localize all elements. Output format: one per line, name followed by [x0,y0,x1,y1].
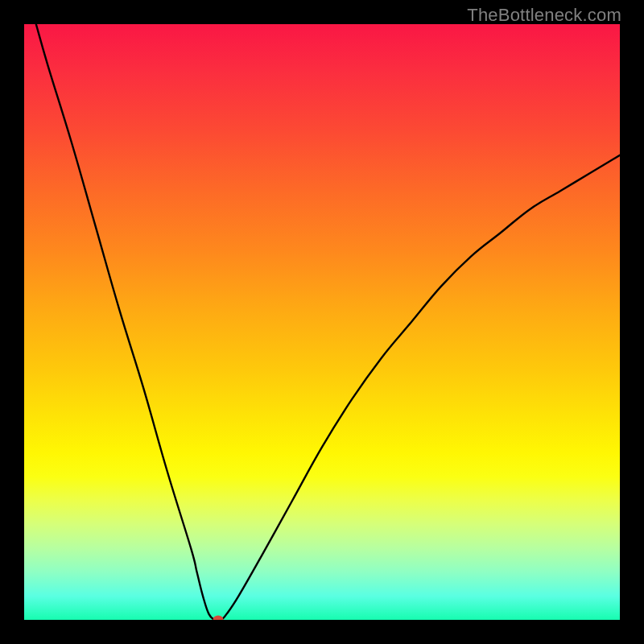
bottleneck-curve [36,24,620,620]
curve-svg [24,24,620,620]
chart-frame: TheBottleneck.com [0,0,644,644]
watermark-text: TheBottleneck.com [467,5,621,26]
plot-area [24,24,620,620]
minimum-marker-dot [213,616,223,621]
